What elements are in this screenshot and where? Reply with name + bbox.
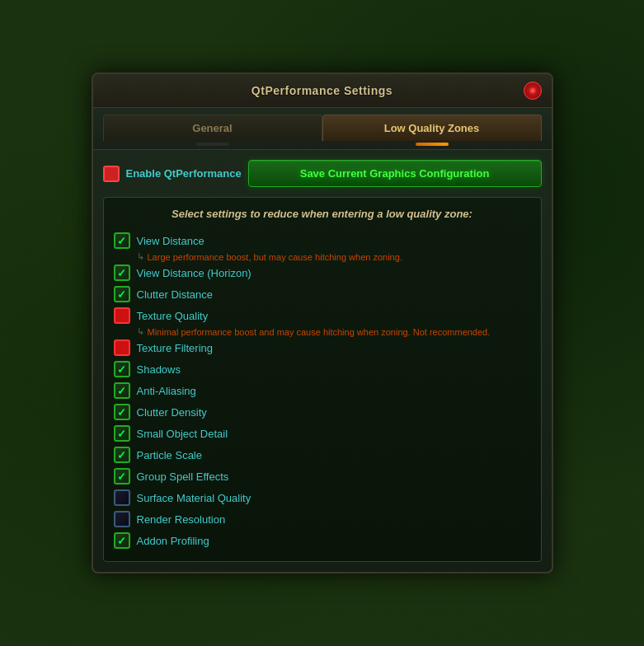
- anti-aliasing-checkbox[interactable]: [114, 382, 130, 399]
- list-item: Clutter Density: [114, 401, 531, 423]
- list-item: Particle Scale: [114, 444, 531, 466]
- small-object-detail-label: Small Object Detail: [137, 428, 228, 440]
- tab-general-indicator: [196, 143, 229, 146]
- tab-bar: General Low Quality Zones: [93, 108, 552, 150]
- window-content: Enable QtPerformance Save Current Graphi…: [93, 150, 552, 572]
- list-item: Surface Material Quality: [114, 487, 531, 508]
- enable-checkbox[interactable]: [103, 166, 120, 182]
- tab-low-quality-zones[interactable]: Low Quality Zones: [322, 115, 542, 149]
- close-button[interactable]: [524, 82, 542, 100]
- group-spell-effects-checkbox[interactable]: [114, 468, 130, 485]
- render-resolution-checkbox[interactable]: [114, 511, 130, 527]
- list-item: Texture Quality: [114, 305, 531, 326]
- panel-title: Select settings to reduce when entering …: [114, 208, 531, 220]
- view-distance-checkbox[interactable]: [114, 232, 130, 249]
- tab-general[interactable]: General: [103, 115, 322, 149]
- tab-low-quality-zones-indicator: [416, 143, 449, 146]
- surface-material-quality-checkbox[interactable]: [114, 489, 130, 506]
- list-item: Addon Profiling: [114, 530, 531, 551]
- clutter-density-label: Clutter Density: [137, 406, 207, 419]
- settings-window: QtPerformance Settings General Low Quali…: [92, 73, 553, 573]
- clutter-distance-label: Clutter Distance: [137, 288, 213, 301]
- view-distance-horizon-label: View Distance (Horizon): [137, 267, 251, 279]
- tab-low-quality-zones-label: Low Quality Zones: [322, 115, 542, 141]
- list-item: Anti-Aliasing: [114, 380, 531, 401]
- list-item: View Distance (Horizon): [114, 262, 531, 283]
- window-title: QtPerformance Settings: [251, 84, 393, 97]
- list-item: Render Resolution: [114, 508, 531, 530]
- clutter-distance-checkbox[interactable]: [114, 286, 130, 302]
- enable-label: Enable QtPerformance: [126, 167, 242, 180]
- list-item: Shadows: [114, 358, 531, 380]
- view-distance-hint: ↳ Large performance boost, but may cause…: [137, 251, 531, 262]
- tab-general-label: General: [103, 115, 322, 141]
- surface-material-quality-label: Surface Material Quality: [137, 492, 251, 504]
- texture-quality-hint: ↳ Minimal performance boost and may caus…: [137, 326, 531, 337]
- list-item: Clutter Distance: [114, 283, 531, 305]
- enable-row: Enable QtPerformance Save Current Graphi…: [103, 160, 542, 187]
- texture-filtering-checkbox[interactable]: [114, 339, 130, 356]
- group-spell-effects-label: Group Spell Effects: [137, 470, 229, 483]
- particle-scale-checkbox[interactable]: [114, 447, 130, 463]
- addon-profiling-checkbox[interactable]: [114, 532, 130, 549]
- anti-aliasing-label: Anti-Aliasing: [137, 385, 196, 397]
- particle-scale-label: Particle Scale: [137, 449, 202, 461]
- texture-quality-checkbox[interactable]: [114, 307, 130, 324]
- small-object-detail-checkbox[interactable]: [114, 425, 130, 442]
- clutter-density-checkbox[interactable]: [114, 404, 130, 420]
- texture-filtering-label: Texture Filtering: [137, 342, 213, 354]
- list-item: Texture Filtering: [114, 337, 531, 358]
- list-item: Group Spell Effects: [114, 466, 531, 487]
- list-item: View Distance: [114, 230, 531, 251]
- shadows-label: Shadows: [137, 363, 181, 376]
- shadows-checkbox[interactable]: [114, 361, 130, 377]
- render-resolution-label: Render Resolution: [137, 513, 226, 526]
- settings-panel: Select settings to reduce when entering …: [103, 197, 542, 562]
- texture-quality-label: Texture Quality: [137, 310, 209, 322]
- list-item: Small Object Detail: [114, 423, 531, 444]
- view-distance-horizon-checkbox[interactable]: [114, 264, 130, 281]
- save-button[interactable]: Save Current Graphics Configuration: [248, 160, 542, 187]
- addon-profiling-label: Addon Profiling: [137, 535, 209, 547]
- title-bar: QtPerformance Settings: [93, 74, 552, 108]
- view-distance-label: View Distance: [137, 235, 204, 247]
